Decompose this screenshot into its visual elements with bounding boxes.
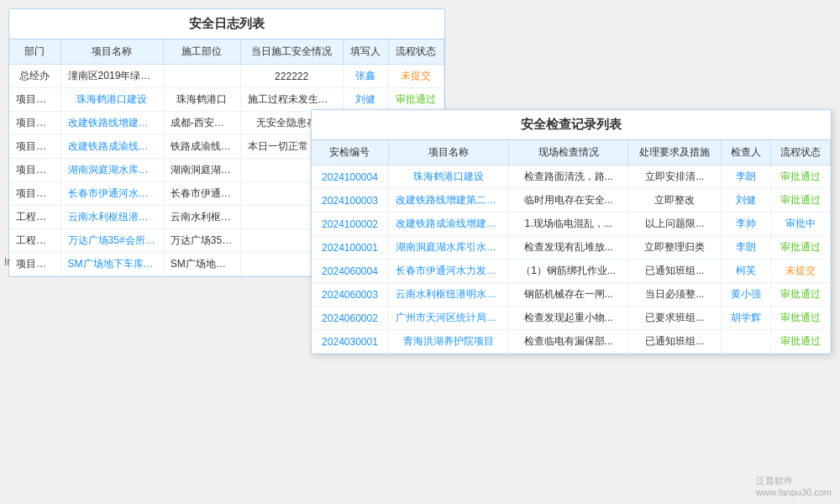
col-check-situation: 现场检查情况 [508, 140, 628, 165]
check-measure-cell: 已通知班组... [628, 260, 722, 283]
table-row: 总经办潼南区2019年绿化补贴项...222222张鑫未提交 [9, 65, 444, 88]
watermark: 泛普软件 www.fanpu30.com [756, 475, 832, 497]
check-measure-cell: 已通知班组... [628, 330, 722, 354]
project-cell[interactable]: 珠海鹤港口建设 [60, 88, 163, 112]
check-project-cell[interactable]: 广州市天河区统计局机... [388, 307, 508, 330]
dept-cell: 项目三部 [9, 182, 60, 206]
check-project-cell[interactable]: 长春市伊通河水力发电... [388, 260, 508, 283]
project-cell[interactable]: 改建铁路成渝线增建第二... [60, 135, 163, 159]
col-check-project: 项目名称 [388, 140, 508, 165]
left-indicator: Ir [4, 256, 10, 268]
check-id-cell[interactable]: 2024100003 [312, 189, 388, 213]
col-check-measure: 处理要求及措施 [628, 140, 722, 165]
check-situation-cell: 1.现场临电混乱，... [508, 213, 628, 236]
safety-log-header: 部门 项目名称 施工部位 当日施工安全情况 填写人 流程状态 [9, 39, 444, 65]
site-cell: 湖南洞庭湖水库 [163, 159, 240, 182]
check-id-cell[interactable]: 2024030001 [312, 330, 388, 354]
dept-cell: 工程管... [9, 229, 60, 253]
check-project-cell[interactable]: 湖南洞庭湖水库引水工... [388, 236, 508, 260]
site-cell: 珠海鹤港口 [163, 88, 240, 112]
status-cell: 未提交 [388, 65, 444, 88]
check-inspector-cell: 柯芙 [722, 260, 770, 283]
safety-check-panel: 安全检查记录列表 安检编号 项目名称 现场检查情况 处理要求及措施 检查人 流程… [311, 109, 832, 354]
check-id-cell[interactable]: 2024100002 [312, 213, 388, 236]
check-id-cell[interactable]: 2024060003 [312, 283, 388, 307]
check-id-cell[interactable]: 2024060004 [312, 260, 388, 283]
check-measure-cell: 当日必须整... [628, 283, 722, 307]
check-measure-cell: 以上问题限... [628, 213, 722, 236]
safety-check-header: 安检编号 项目名称 现场检查情况 处理要求及措施 检查人 流程状态 [312, 140, 831, 165]
check-status-cell: 审批通过 [770, 283, 830, 307]
dept-cell: 工程管... [9, 206, 60, 229]
site-cell: 云南水利枢纽潜... [163, 206, 240, 229]
table-row: 2024060004长春市伊通河水力发电...（1）钢筋绑扎作业...已通知班组… [312, 260, 831, 283]
check-situation-cell: 检查路面清洗，路... [508, 165, 628, 189]
dept-cell: 总经办 [9, 65, 60, 88]
check-project-cell[interactable]: 云南水利枢纽潜明水库... [388, 283, 508, 307]
table-row: 项目三部珠海鹤港口建设珠海鹤港口施工过程未发生安全事故...刘健审批通过 [9, 88, 444, 112]
check-situation-cell: 检查临电有漏保部... [508, 330, 628, 354]
check-id-cell[interactable]: 2024100001 [312, 236, 388, 260]
check-id-cell[interactable]: 2024100004 [312, 165, 388, 189]
dept-cell: 项目二部 [9, 253, 60, 276]
safety-check-title: 安全检查记录列表 [312, 110, 831, 140]
situation-cell: 施工过程未发生安全事故... [240, 88, 343, 112]
table-row: 2024060003云南水利枢纽潜明水库...钢筋机械存在一闸...当日必须整.… [312, 283, 831, 307]
table-row: 2024030001青海洪湖养护院项目检查临电有漏保部...已通知班组...审批… [312, 330, 831, 354]
table-row: 2024100002改建铁路成渝线增建第...1.现场临电混乱，...以上问题限… [312, 213, 831, 236]
project-cell[interactable]: SM广场地下车库更换摄... [60, 253, 163, 276]
site-cell: 长春市伊通河水... [163, 182, 240, 206]
col-site: 施工部位 [163, 39, 240, 65]
check-inspector-cell: 胡学辉 [722, 307, 770, 330]
check-measure-cell: 立即整改 [628, 189, 722, 213]
check-situation-cell: （1）钢筋绑扎作业... [508, 260, 628, 283]
check-inspector-cell [722, 330, 770, 354]
check-measure-cell: 立即安排清... [628, 165, 722, 189]
check-project-cell[interactable]: 珠海鹤港口建设 [388, 165, 508, 189]
situation-cell: 222222 [240, 65, 343, 88]
col-dept: 部门 [9, 39, 60, 65]
check-situation-cell: 检查发现起重小物... [508, 307, 628, 330]
col-project-name: 项目名称 [60, 39, 163, 65]
dept-cell: 项目二部 [9, 135, 60, 159]
writer-cell: 张鑫 [343, 65, 388, 88]
check-project-cell[interactable]: 青海洪湖养护院项目 [388, 330, 508, 354]
check-id-cell[interactable]: 2024060002 [312, 307, 388, 330]
check-status-cell: 审批通过 [770, 236, 830, 260]
table-row: 2024100004珠海鹤港口建设检查路面清洗，路...立即安排清...李朗审批… [312, 165, 831, 189]
check-inspector-cell: 李帅 [722, 213, 770, 236]
site-cell: 铁路成渝线（成... [163, 135, 240, 159]
check-status-cell: 审批中 [770, 213, 830, 236]
safety-log-title: 安全日志列表 [9, 9, 444, 39]
table-row: 2024100003改建铁路线增建第二线...临时用电存在安全...立即整改刘健… [312, 189, 831, 213]
project-cell[interactable]: 云南水利枢纽潜明水库一... [60, 206, 163, 229]
check-inspector-cell: 黄小强 [722, 283, 770, 307]
project-cell[interactable]: 长春市伊通河水力发电厂... [60, 182, 163, 206]
project-cell[interactable]: 改建铁路线增建第二线直... [60, 112, 163, 135]
col-check-inspector: 检查人 [722, 140, 770, 165]
site-cell [163, 65, 240, 88]
table-row: 2024060002广州市天河区统计局机...检查发现起重小物...已要求班组.… [312, 307, 831, 330]
check-project-cell[interactable]: 改建铁路成渝线增建第... [388, 213, 508, 236]
col-check-id: 安检编号 [312, 140, 388, 165]
col-situation: 当日施工安全情况 [240, 39, 343, 65]
site-cell: 成都-西安铁路... [163, 112, 240, 135]
check-status-cell: 审批通过 [770, 165, 830, 189]
check-inspector-cell: 李朗 [722, 236, 770, 260]
check-situation-cell: 钢筋机械存在一闸... [508, 283, 628, 307]
check-situation-cell: 临时用电存在安全... [508, 189, 628, 213]
check-project-cell[interactable]: 改建铁路线增建第二线... [388, 189, 508, 213]
dept-cell: 项目一部 [9, 112, 60, 135]
col-writer: 填写人 [343, 39, 388, 65]
col-check-status: 流程状态 [770, 140, 830, 165]
site-cell: 万达广场35#会... [163, 229, 240, 253]
check-inspector-cell: 李朗 [722, 165, 770, 189]
check-status-cell: 审批通过 [770, 189, 830, 213]
writer-cell: 刘健 [343, 88, 388, 112]
project-cell[interactable]: 万达广场35#会所及咖啡... [60, 229, 163, 253]
dept-cell: 项目三部 [9, 88, 60, 112]
project-cell: 潼南区2019年绿化补贴项... [60, 65, 163, 88]
check-measure-cell: 已要求班组... [628, 307, 722, 330]
project-cell[interactable]: 湖南洞庭湖水库引水工程... [60, 159, 163, 182]
check-status-cell: 审批通过 [770, 307, 830, 330]
